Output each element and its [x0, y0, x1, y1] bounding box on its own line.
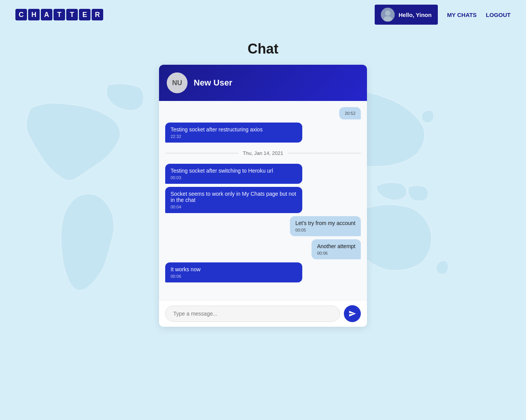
input-area — [159, 300, 367, 327]
message-row-5: Socket seems to work only in My Chats pa… — [165, 187, 361, 213]
page-title: Chat — [0, 41, 526, 57]
message-7-text: Another attempt — [317, 243, 355, 249]
message-6-text: Let's try from my account — [295, 220, 355, 226]
message-6-time: 00:05 — [295, 228, 355, 232]
user-greeting: Hello, Yinon — [375, 5, 438, 25]
message-7: Another attempt 00:06 — [312, 239, 361, 259]
send-icon — [348, 310, 356, 318]
logo-c: C — [15, 9, 27, 20]
user-avatar — [381, 8, 395, 22]
logo-t1: T — [54, 9, 65, 20]
message-row-7: Another attempt 00:06 — [165, 239, 361, 259]
my-chats-link[interactable]: MY CHATS — [447, 12, 477, 18]
greeting-text: Hello, Yinon — [399, 12, 432, 18]
logo-h: H — [28, 9, 40, 20]
logo-e: E — [79, 9, 90, 20]
message-row-2: Testing socket after restructuring axios… — [165, 123, 361, 143]
message-row-1: 20:52 — [165, 107, 361, 119]
send-button[interactable] — [344, 305, 361, 322]
message-7-time: 00:06 — [317, 251, 355, 255]
logo-a: A — [41, 9, 52, 20]
divider-line-left — [165, 153, 238, 153]
message-8-time: 00:06 — [171, 274, 297, 279]
chat-partner-avatar: NU — [167, 72, 188, 93]
message-5-time: 00:04 — [171, 205, 297, 209]
chat-container: NU New User 20:52 Testing socket after r… — [159, 65, 367, 327]
messages-area[interactable]: 20:52 Testing socket after restructuring… — [159, 101, 367, 300]
nav-right: Hello, Yinon MY CHATS LOGOUT — [375, 5, 511, 25]
divider-line-right — [288, 153, 361, 153]
message-8-text: It works now — [171, 266, 297, 272]
message-2-text: Testing socket after restructuring axios — [171, 126, 297, 133]
message-4-text: Testing socket after switching to Heroku… — [171, 168, 297, 174]
message-5: Socket seems to work only in My Chats pa… — [165, 187, 302, 213]
chat-header: NU New User — [159, 65, 367, 101]
date-divider-jan14: Thu, Jan 14, 2021 — [165, 150, 361, 156]
date-label: Thu, Jan 14, 2021 — [243, 150, 283, 156]
message-row-4: Testing socket after switching to Heroku… — [165, 164, 361, 184]
message-4-time: 00:03 — [171, 175, 297, 180]
page-title-wrapper: Chat — [0, 41, 526, 57]
message-1: 20:52 — [339, 107, 361, 119]
message-5-text: Socket seems to work only in My Chats pa… — [171, 191, 297, 203]
logo: C H A T T E R — [15, 9, 103, 20]
message-2: Testing socket after restructuring axios… — [165, 123, 302, 143]
logo-t2: T — [66, 9, 78, 20]
message-6: Let's try from my account 00:05 — [290, 216, 361, 236]
message-4: Testing socket after switching to Heroku… — [165, 164, 302, 184]
message-input[interactable] — [165, 306, 340, 322]
message-8: It works now 00:06 — [165, 262, 302, 282]
svg-point-1 — [385, 10, 390, 16]
logout-link[interactable]: LOGOUT — [486, 12, 511, 18]
message-2-time: 22:32 — [171, 134, 297, 139]
navbar: C H A T T E R Hello, Yinon MY CHATS LOGO… — [0, 0, 526, 29]
chat-partner-name: New User — [194, 78, 232, 88]
message-row-6: Let's try from my account 00:05 — [165, 216, 361, 236]
message-1-time: 20:52 — [345, 111, 355, 116]
logo-r: R — [92, 9, 103, 20]
message-row-8: It works now 00:06 — [165, 262, 361, 282]
